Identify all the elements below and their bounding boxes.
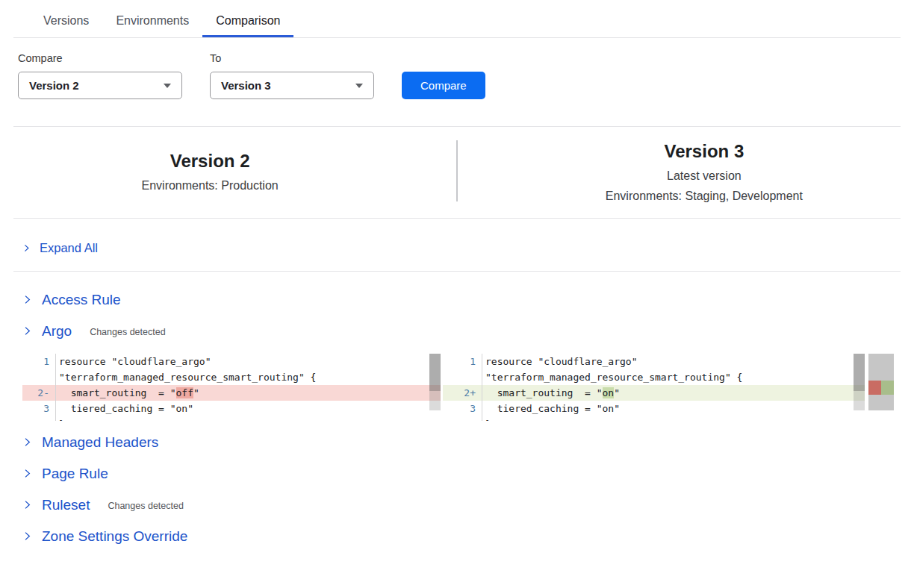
divider xyxy=(13,271,901,272)
section-managed-headers[interactable]: Managed Headers xyxy=(22,434,914,451)
changes-detected-badge: Changes detected xyxy=(108,499,183,511)
section-label: Zone Settings Override xyxy=(42,528,187,545)
code-text: smart_routing = "on" xyxy=(482,385,865,401)
compare-to-value: Version 3 xyxy=(221,79,271,92)
scrollbar-thumb[interactable] xyxy=(429,354,441,391)
diff-right-pane: 1resource "cloudflare_argo" "terraform_m… xyxy=(443,354,865,421)
chevron-down-icon xyxy=(164,84,171,88)
chevron-right-icon xyxy=(22,500,32,510)
compare-label: Compare xyxy=(18,52,182,64)
added-word-highlight: on xyxy=(603,387,615,398)
chevron-right-icon xyxy=(22,531,32,541)
section-ruleset[interactable]: Ruleset Changes detected xyxy=(22,496,914,513)
chevron-down-icon xyxy=(355,84,363,88)
code-line: 3 tiered_caching = "on" xyxy=(443,401,865,416)
section-label: Managed Headers xyxy=(42,434,158,451)
code-text: } xyxy=(56,416,441,421)
tab-versions[interactable]: Versions xyxy=(30,0,102,37)
scrollbar[interactable] xyxy=(429,354,441,410)
code-line: } xyxy=(443,416,865,421)
to-label: To xyxy=(210,52,374,64)
scrollbar-thumb[interactable] xyxy=(854,354,865,391)
section-label: Ruleset xyxy=(42,497,90,513)
version-right-environments: Environments: Staging, Development xyxy=(512,186,896,206)
tab-environments[interactable]: Environments xyxy=(102,0,202,37)
line-number xyxy=(443,416,476,421)
code-text: } xyxy=(482,416,865,421)
code-line: } xyxy=(22,416,441,421)
section-label: Argo xyxy=(42,323,72,340)
code-line-added: 2+ smart_routing = "on" xyxy=(443,385,865,401)
changes-detected-badge: Changes detected xyxy=(90,325,165,337)
compare-to-select[interactable]: Version 3 xyxy=(210,72,374,99)
section-access-rule[interactable]: Access Rule xyxy=(22,291,914,308)
line-number: 1 xyxy=(22,354,49,369)
section-page-rule[interactable]: Page Rule xyxy=(22,465,914,482)
version-left-title: Version 2 xyxy=(18,151,402,172)
compare-from-field: Compare Version 2 xyxy=(18,52,182,99)
removed-word-highlight: off xyxy=(176,387,193,398)
line-number: 3 xyxy=(443,401,476,416)
compare-button[interactable]: Compare xyxy=(402,72,485,99)
code-text: tiered_caching = "on" xyxy=(482,401,865,416)
line-number xyxy=(443,369,476,385)
version-headers: Version 2 Environments: Production Versi… xyxy=(0,127,914,218)
chevron-right-icon xyxy=(22,295,32,304)
diff-left-pane: 1resource "cloudflare_argo" "terraform_m… xyxy=(22,354,441,421)
code-text: tiered_caching = "on" xyxy=(56,401,441,416)
section-label: Access Rule xyxy=(42,292,121,308)
version-right-title: Version 3 xyxy=(512,141,896,162)
chevron-right-icon xyxy=(22,437,32,447)
vertical-divider xyxy=(456,140,458,201)
code-text: "terraform_managed_resource_smart_routin… xyxy=(482,369,865,385)
section-label: Page Rule xyxy=(42,466,108,482)
code-text: resource "cloudflare_argo" xyxy=(56,354,441,369)
code-line-removed: 2- smart_routing = "off" xyxy=(22,385,441,401)
removed-marker xyxy=(868,381,881,395)
scrollbar[interactable] xyxy=(854,354,865,410)
chevron-right-icon xyxy=(22,469,32,478)
version-right-subtitle: Latest version xyxy=(512,166,896,186)
diff-change-marker xyxy=(868,381,894,395)
line-number xyxy=(22,416,49,421)
line-number: 2+ xyxy=(443,385,476,401)
code-line: "terraform_managed_resource_smart_routin… xyxy=(443,369,865,385)
tab-bar: Versions Environments Comparison xyxy=(13,0,901,38)
compare-from-value: Version 2 xyxy=(29,79,79,92)
line-number xyxy=(22,369,49,385)
chevron-right-icon xyxy=(22,326,32,336)
section-zone-settings-override[interactable]: Zone Settings Override xyxy=(22,528,914,545)
section-argo[interactable]: Argo Changes detected xyxy=(22,322,914,340)
argo-diff-viewer: 1resource "cloudflare_argo" "terraform_m… xyxy=(22,354,914,421)
line-number: 2- xyxy=(22,385,49,401)
version-left-environments: Environments: Production xyxy=(18,175,402,196)
code-line: 1resource "cloudflare_argo" xyxy=(22,354,441,369)
expand-all-button[interactable]: Expand All xyxy=(0,219,914,271)
line-number: 1 xyxy=(443,354,476,369)
version-right-header: Version 3 Latest version Environments: S… xyxy=(512,134,896,212)
code-line: "terraform_managed_resource_smart_routin… xyxy=(22,369,441,385)
version-left-header: Version 2 Environments: Production xyxy=(18,134,402,212)
compare-to-field: To Version 3 xyxy=(210,52,374,99)
code-line: 1resource "cloudflare_argo" xyxy=(443,354,865,369)
tab-comparison[interactable]: Comparison xyxy=(202,0,293,37)
compare-form: Compare Version 2 To Version 3 Compare xyxy=(0,38,914,99)
code-text: resource "cloudflare_argo" xyxy=(482,354,865,369)
line-number: 3 xyxy=(22,401,49,416)
added-marker xyxy=(881,381,894,395)
code-text: "terraform_managed_resource_smart_routin… xyxy=(56,369,441,385)
code-line: 3 tiered_caching = "on" xyxy=(22,401,441,416)
compare-from-select[interactable]: Version 2 xyxy=(18,72,182,99)
code-text: smart_routing = "off" xyxy=(56,385,441,401)
diff-overview-ruler[interactable] xyxy=(868,354,894,410)
chevron-right-icon xyxy=(22,244,31,252)
expand-all-label: Expand All xyxy=(40,241,98,255)
